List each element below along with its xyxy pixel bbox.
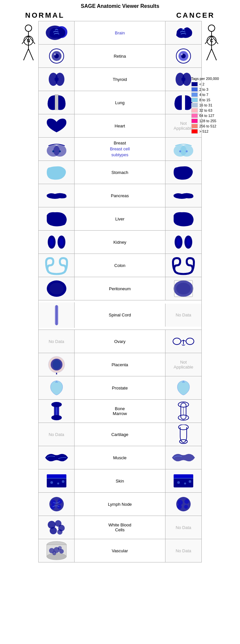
normal-cell-lung[interactable]: [39, 91, 75, 114]
label-cell-ovary: Ovary: [75, 330, 165, 353]
normal-human-icon: N: [20, 24, 37, 70]
legend-item: 32 to 63: [191, 108, 234, 113]
table-row: Thyroid: [39, 68, 201, 91]
label-cell-lung: Lung: [75, 91, 165, 114]
label-cell-stomach: Stomach: [75, 161, 165, 184]
normal-cell-prostate[interactable]: [39, 376, 75, 399]
cancer-cell-lymphnode[interactable]: [165, 493, 201, 516]
normal-cell-liver[interactable]: [39, 207, 75, 230]
cartilage-cancer-icon: [170, 425, 197, 444]
svg-point-94: [47, 553, 66, 560]
cancer-cell-liver[interactable]: [165, 207, 201, 230]
thyroid-normal-icon: [43, 69, 70, 89]
normal-cell-colon[interactable]: [39, 254, 75, 277]
svg-rect-24: [55, 94, 59, 110]
svg-rect-23: [181, 78, 185, 81]
cancer-cell-bonemarrow[interactable]: [165, 400, 201, 423]
svg-point-49: [186, 338, 194, 345]
label-cell-retina: Retina: [75, 45, 165, 67]
organ-table: Brain Reti: [38, 21, 202, 562]
svg-point-75: [184, 483, 186, 484]
svg-line-105: [212, 49, 216, 60]
spinalcord-normal-icon: [43, 304, 70, 327]
normal-cell-retina[interactable]: [39, 45, 75, 67]
cancer-header: CANCER: [176, 11, 215, 20]
normal-cell-vascular[interactable]: [39, 539, 75, 562]
normal-cell-spinalcord[interactable]: [39, 302, 75, 328]
table-row: Muscle: [39, 446, 201, 469]
legend-item: 64 to 127: [191, 113, 234, 118]
label-cell-whiteblood: White BloodCells: [75, 516, 165, 539]
cancer-cell-peritoneum[interactable]: [165, 277, 201, 300]
svg-line-5: [28, 49, 33, 60]
table-row: Kidney: [39, 231, 201, 254]
label-cell-cartilage: Cartilage: [75, 423, 165, 446]
svg-point-83: [178, 500, 183, 505]
cancer-cell-kidney[interactable]: [165, 231, 201, 254]
label-cell-breast[interactable]: BreastBreast cellsubtypes: [75, 138, 165, 161]
cancer-cell-prostate[interactable]: [165, 376, 201, 399]
cancer-cell-stomach[interactable]: [165, 161, 201, 184]
legend-item: 2 to 3: [191, 87, 234, 92]
lymphnode-cancer-icon: [170, 494, 197, 514]
table-row: No Data Ovary: [39, 330, 201, 353]
label-cell-brain[interactable]: Brain: [75, 21, 165, 44]
brain-normal-icon: [43, 23, 70, 43]
normal-cell-stomach[interactable]: [39, 161, 75, 184]
label-cell-kidney: Kidney: [75, 231, 165, 254]
cancer-cell-skin[interactable]: [165, 469, 201, 492]
cancer-cell-muscle[interactable]: [165, 446, 201, 469]
svg-point-90: [50, 527, 57, 534]
normal-cell-skin[interactable]: [39, 469, 75, 492]
normal-cell-heart[interactable]: [39, 114, 75, 137]
svg-point-64: [180, 440, 187, 444]
svg-point-40: [186, 238, 190, 246]
normal-cell-bonemarrow[interactable]: [39, 400, 75, 423]
cancer-cell-retina[interactable]: [165, 45, 201, 67]
page-title: SAGE Anatomic Viewer Results: [81, 3, 159, 9]
prostate-normal-icon: [43, 378, 70, 398]
table-row: Liver: [39, 207, 201, 231]
label-cell-peritoneum: Peritoneum: [75, 277, 165, 300]
label-cell-lymphnode: Lymph Node: [75, 493, 165, 516]
normal-cell-breast[interactable]: [39, 138, 75, 161]
pancreas-normal-icon: [43, 186, 70, 205]
table-row: Peritoneum: [39, 277, 201, 300]
svg-point-13: [54, 53, 56, 55]
breast-normal-icon: [43, 139, 70, 159]
svg-rect-72: [174, 474, 193, 478]
legend-item: 128 to 255: [191, 119, 234, 123]
label-cell-muscle: Muscle: [75, 446, 165, 469]
svg-point-56: [51, 415, 62, 420]
label-cell-placenta: Placenta: [75, 353, 165, 376]
normal-cell-pancreas[interactable]: [39, 184, 75, 207]
cancer-cell-pancreas[interactable]: [165, 184, 201, 207]
svg-point-31: [179, 150, 181, 152]
cancer-cell-cartilage[interactable]: [165, 423, 201, 446]
normal-cell-brain[interactable]: [39, 21, 75, 44]
normal-cell-placenta[interactable]: [39, 353, 75, 376]
bonemarrow-normal-icon: [43, 401, 70, 421]
normal-cell-muscle[interactable]: [39, 446, 75, 469]
normal-cell-ovary: No Data: [39, 330, 75, 353]
cancer-cell-breast[interactable]: [165, 138, 201, 161]
normal-cell-whiteblood[interactable]: [39, 516, 75, 539]
label-cell-spinalcord: Spinal Cord: [75, 304, 165, 327]
legend-item: 256 to 512: [191, 124, 234, 128]
kidney-cancer-icon: [170, 232, 197, 252]
table-row: Heart NotApplicable: [39, 114, 201, 138]
normal-cell-thyroid[interactable]: [39, 68, 75, 91]
legend-item: 16 to 31: [191, 103, 234, 107]
svg-point-17: [181, 53, 183, 55]
normal-cell-lymphnode[interactable]: [39, 493, 75, 516]
normal-cell-peritoneum[interactable]: [39, 277, 75, 300]
normal-cell-kidney[interactable]: [39, 231, 75, 254]
cancer-cell-ovary[interactable]: [165, 330, 201, 353]
cancer-cell-colon[interactable]: [165, 254, 201, 277]
table-row: Placenta NotApplicable: [39, 353, 201, 376]
cancer-cell-vascular: No Data: [165, 539, 201, 562]
cancer-cell-brain[interactable]: [165, 21, 201, 44]
skin-cancer-icon: [170, 471, 197, 491]
svg-point-42: [49, 283, 64, 294]
svg-point-68: [50, 481, 53, 484]
